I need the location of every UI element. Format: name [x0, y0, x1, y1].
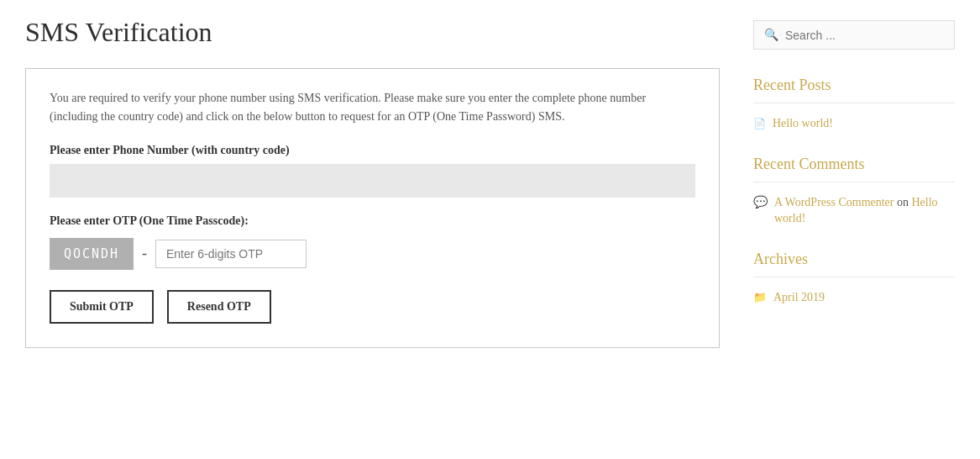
description-text: You are required to verify your phone nu…	[50, 89, 695, 127]
commenter-link[interactable]: A WordPress Commenter	[774, 196, 894, 208]
comment-item: 💬 A WordPress Commenter on Hello world!	[753, 194, 955, 227]
recent-post-link[interactable]: 📄 Hello world!	[753, 115, 955, 132]
phone-input[interactable]	[58, 171, 687, 191]
otp-row: QOCNDH -	[50, 238, 695, 270]
resend-otp-button[interactable]: Resend OTP	[167, 290, 271, 324]
sidebar: 🔍 Recent Posts 📄 Hello world! Recent Com…	[753, 17, 955, 348]
comment-content: A WordPress Commenter on Hello world!	[774, 194, 955, 227]
archives-section: Archives 📁 April 2019	[753, 251, 955, 306]
doc-icon: 📄	[753, 117, 766, 131]
archive-link[interactable]: April 2019	[773, 289, 825, 306]
search-icon: 🔍	[764, 28, 778, 42]
phone-label: Please enter Phone Number (with country …	[50, 144, 695, 157]
list-item: 📁 April 2019	[753, 289, 955, 306]
otp-input[interactable]	[155, 240, 307, 268]
phone-input-wrapper	[50, 164, 695, 198]
archives-title: Archives	[753, 251, 955, 277]
main-content: SMS Verification You are required to ver…	[25, 17, 720, 348]
otp-label: Please enter OTP (One Time Passcode):	[50, 214, 695, 228]
recent-comments-title: Recent Comments	[753, 156, 955, 182]
list-item: 💬 A WordPress Commenter on Hello world!	[753, 194, 955, 227]
recent-posts-title: Recent Posts	[753, 76, 955, 103]
button-row: Submit OTP Resend OTP	[50, 290, 695, 324]
comment-icon: 💬	[753, 195, 768, 209]
submit-otp-button[interactable]: Submit OTP	[50, 290, 154, 324]
page-title: SMS Verification	[25, 17, 720, 48]
on-text: on	[897, 196, 909, 208]
sms-verification-form: You are required to verify your phone nu…	[25, 68, 720, 348]
otp-separator: -	[142, 245, 147, 262]
recent-posts-section: Recent Posts 📄 Hello world!	[753, 76, 955, 132]
recent-post-label: Hello world!	[773, 115, 833, 132]
recent-comments-section: Recent Comments 💬 A WordPress Commenter …	[753, 156, 955, 227]
folder-icon: 📁	[753, 291, 767, 304]
search-input[interactable]	[785, 29, 944, 42]
captcha-display: QOCNDH	[50, 238, 134, 270]
search-box[interactable]: 🔍	[753, 20, 955, 50]
list-item: 📄 Hello world!	[753, 115, 955, 132]
